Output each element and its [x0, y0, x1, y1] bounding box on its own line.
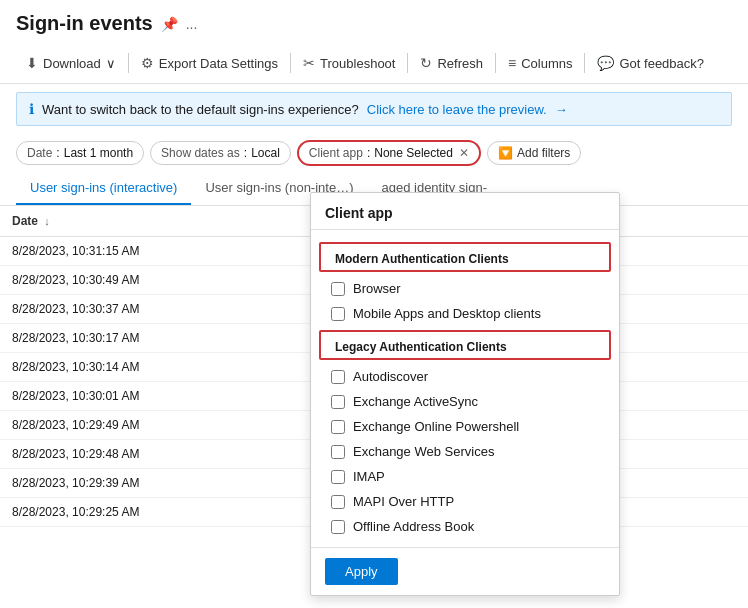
info-bar: ℹ Want to switch back to the default sig…: [16, 92, 732, 126]
cell-date: 8/28/2023, 10:31:15 AM: [0, 237, 333, 266]
dropdown-footer: Apply: [311, 547, 619, 595]
checkbox-imap-label: IMAP: [353, 469, 385, 484]
checkbox-imap-input[interactable]: [331, 470, 345, 484]
tab-interactive[interactable]: User sign-ins (interactive): [16, 172, 191, 205]
info-text: Want to switch back to the default sign-…: [42, 102, 359, 117]
info-link[interactable]: Click here to leave the preview.: [367, 102, 547, 117]
checkbox-exchange-web[interactable]: Exchange Web Services: [311, 439, 619, 464]
columns-button[interactable]: ≡ Columns: [498, 49, 582, 77]
toolbar: ⬇ Download ∨ ⚙ Export Data Settings ✂ Tr…: [0, 43, 748, 84]
checkbox-exchange-powershell-label: Exchange Online Powershell: [353, 419, 519, 434]
troubleshoot-icon: ✂: [303, 55, 315, 71]
feedback-button[interactable]: 💬 Got feedback?: [587, 49, 714, 77]
checkbox-autodiscover-label: Autodiscover: [353, 369, 428, 384]
checkbox-mobile-apps[interactable]: Mobile Apps and Desktop clients: [311, 301, 619, 326]
download-button[interactable]: ⬇ Download ∨: [16, 49, 126, 77]
checkbox-offline-address-label: Offline Address Book: [353, 519, 474, 534]
download-icon: ⬇: [26, 55, 38, 71]
dropdown-title: Client app: [311, 193, 619, 230]
dropdown-body: Modern Authentication Clients Browser Mo…: [311, 230, 619, 547]
dropdown-arrow-icon: ∨: [106, 56, 116, 71]
legacy-auth-section-label: Legacy Authentication Clients: [319, 330, 611, 360]
checkbox-autodiscover[interactable]: Autodiscover: [311, 364, 619, 389]
checkbox-exchange-activesync-label: Exchange ActiveSync: [353, 394, 478, 409]
cell-date: 8/28/2023, 10:30:37 AM: [0, 295, 333, 324]
checkbox-mobile-apps-input[interactable]: [331, 307, 345, 321]
troubleshoot-button[interactable]: ✂ Troubleshoot: [293, 49, 405, 77]
pin-icon[interactable]: 📌: [161, 16, 178, 32]
checkbox-exchange-activesync-input[interactable]: [331, 395, 345, 409]
export-button[interactable]: ⚙ Export Data Settings: [131, 49, 288, 77]
info-icon: ℹ: [29, 101, 34, 117]
refresh-icon: ↻: [420, 55, 432, 71]
date-sort-icon: ↓: [44, 215, 50, 227]
checkbox-exchange-powershell-input[interactable]: [331, 420, 345, 434]
checkbox-mapi-label: MAPI Over HTTP: [353, 494, 454, 509]
page-header: Sign-in events 📌 ...: [0, 0, 748, 43]
cell-date: 8/28/2023, 10:30:14 AM: [0, 353, 333, 382]
filter-add-icon: 🔽: [498, 146, 513, 160]
checkbox-mobile-apps-label: Mobile Apps and Desktop clients: [353, 306, 541, 321]
export-icon: ⚙: [141, 55, 154, 71]
checkbox-mapi[interactable]: MAPI Over HTTP: [311, 489, 619, 514]
toolbar-separator-5: [584, 53, 585, 73]
checkbox-offline-address-input[interactable]: [331, 520, 345, 534]
toolbar-separator-3: [407, 53, 408, 73]
client-app-dropdown: Client app Modern Authentication Clients…: [310, 192, 620, 596]
refresh-button[interactable]: ↻ Refresh: [410, 49, 493, 77]
checkbox-exchange-powershell[interactable]: Exchange Online Powershell: [311, 414, 619, 439]
show-dates-value: Local: [251, 146, 280, 160]
cell-date: 8/28/2023, 10:29:49 AM: [0, 411, 333, 440]
checkbox-offline-address[interactable]: Offline Address Book: [311, 514, 619, 539]
date-filter-label: Date: [27, 146, 52, 160]
client-app-filter-chip[interactable]: Client app : None Selected ✕: [297, 140, 481, 166]
checkbox-exchange-activesync[interactable]: Exchange ActiveSync: [311, 389, 619, 414]
page-title: Sign-in events: [16, 12, 153, 35]
client-app-value: None Selected: [374, 146, 453, 160]
toolbar-separator-2: [290, 53, 291, 73]
show-dates-label: Show dates as: [161, 146, 240, 160]
client-app-label: Client app: [309, 146, 363, 160]
date-filter-chip[interactable]: Date : Last 1 month: [16, 141, 144, 165]
client-app-close-icon[interactable]: ✕: [459, 146, 469, 160]
cell-date: 8/28/2023, 10:30:17 AM: [0, 324, 333, 353]
more-icon[interactable]: ...: [186, 16, 198, 32]
modern-auth-section-label: Modern Authentication Clients: [319, 242, 611, 272]
cell-date: 8/28/2023, 10:29:39 AM: [0, 469, 333, 498]
checkbox-browser-input[interactable]: [331, 282, 345, 296]
checkbox-exchange-web-input[interactable]: [331, 445, 345, 459]
checkbox-browser-label: Browser: [353, 281, 401, 296]
info-arrow: →: [555, 102, 568, 117]
filter-bar: Date : Last 1 month Show dates as : Loca…: [0, 134, 748, 172]
cell-date: 8/28/2023, 10:30:49 AM: [0, 266, 333, 295]
checkbox-exchange-web-label: Exchange Web Services: [353, 444, 494, 459]
add-filters-button[interactable]: 🔽 Add filters: [487, 141, 581, 165]
toolbar-separator-4: [495, 53, 496, 73]
checkbox-imap[interactable]: IMAP: [311, 464, 619, 489]
columns-icon: ≡: [508, 55, 516, 71]
cell-date: 8/28/2023, 10:29:25 AM: [0, 498, 333, 527]
date-filter-value: Last 1 month: [64, 146, 133, 160]
show-dates-filter-chip[interactable]: Show dates as : Local: [150, 141, 291, 165]
checkbox-browser[interactable]: Browser: [311, 276, 619, 301]
toolbar-separator-1: [128, 53, 129, 73]
feedback-icon: 💬: [597, 55, 614, 71]
checkbox-autodiscover-input[interactable]: [331, 370, 345, 384]
checkbox-mapi-input[interactable]: [331, 495, 345, 509]
cell-date: 8/28/2023, 10:30:01 AM: [0, 382, 333, 411]
cell-date: 8/28/2023, 10:29:48 AM: [0, 440, 333, 469]
column-date[interactable]: Date ↓: [0, 206, 333, 237]
apply-button[interactable]: Apply: [325, 558, 398, 585]
